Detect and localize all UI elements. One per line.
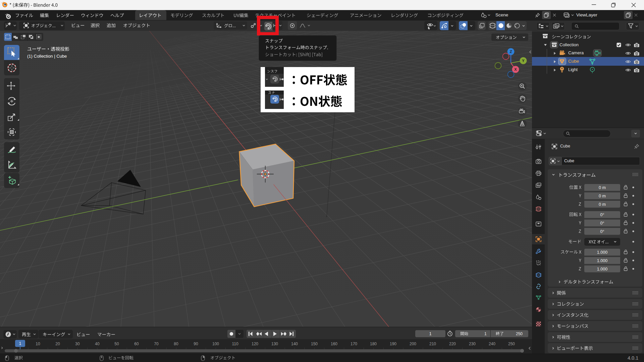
svg-text:Y: Y (522, 59, 525, 63)
svg-text:X: X (514, 67, 517, 71)
svg-text:Z: Z (510, 50, 512, 54)
